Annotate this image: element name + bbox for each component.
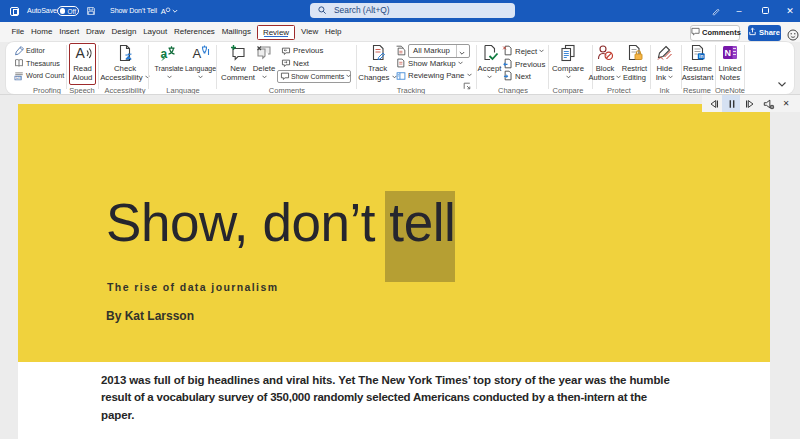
svg-text:A: A [161,7,167,16]
svg-text:123: 123 [16,76,21,80]
svg-text:A: A [192,46,201,61]
svg-text:N: N [725,48,732,58]
svg-text:in: in [699,53,703,59]
